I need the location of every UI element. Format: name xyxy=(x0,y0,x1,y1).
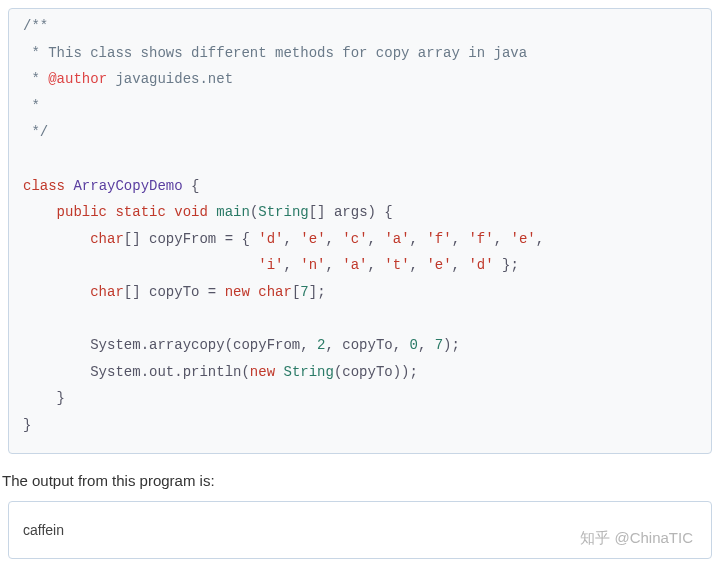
indent xyxy=(23,390,57,406)
char-literal: 'n' xyxy=(300,257,325,273)
comma: , xyxy=(368,257,385,273)
char-literal: 'e' xyxy=(426,257,451,273)
comma: , xyxy=(368,231,385,247)
char-literal: 'f' xyxy=(426,231,451,247)
sys-println: System.out.println( xyxy=(90,364,250,380)
comment-line: */ xyxy=(23,124,48,140)
keyword-class: class xyxy=(23,178,65,194)
comma-sep: , copyTo, xyxy=(325,337,409,353)
indent xyxy=(23,204,57,220)
javadoc-author-tag: @author xyxy=(48,71,107,87)
indent xyxy=(23,257,258,273)
type-string: String xyxy=(283,364,333,380)
comment-line: * This class shows different methods for… xyxy=(23,45,527,61)
number-literal: 0 xyxy=(409,337,417,353)
comment-line: /** xyxy=(23,18,48,34)
watermark: 知乎 @ChinaTIC xyxy=(580,529,693,548)
comma: , xyxy=(326,257,343,273)
type-char: char xyxy=(258,284,292,300)
char-literal: 'd' xyxy=(258,231,283,247)
comma: , xyxy=(410,257,427,273)
brace: { xyxy=(183,178,200,194)
comma: , xyxy=(452,231,469,247)
brace-close: } xyxy=(57,390,65,406)
char-literal: 'e' xyxy=(510,231,535,247)
ctor-args: (copyTo)); xyxy=(334,364,418,380)
comment-text: javaguides.net xyxy=(107,71,233,87)
comma: , xyxy=(284,231,301,247)
comment-line: * xyxy=(23,71,48,87)
keyword-new: new xyxy=(250,364,275,380)
keyword-static: static xyxy=(115,204,165,220)
param-args: args xyxy=(334,204,368,220)
indent xyxy=(23,337,90,353)
indent xyxy=(23,364,90,380)
type-char: char xyxy=(90,284,124,300)
char-literal: 'c' xyxy=(342,231,367,247)
comma: , xyxy=(410,231,427,247)
output-description: The output from this program is: xyxy=(2,472,718,489)
sys-call: System.arraycopy(copyFrom, xyxy=(90,337,317,353)
keyword-void: void xyxy=(174,204,208,220)
output-text: caffein xyxy=(23,522,64,538)
number-literal: 7 xyxy=(435,337,443,353)
comma: , xyxy=(494,231,511,247)
array-close: }; xyxy=(494,257,519,273)
char-literal: 'a' xyxy=(342,257,367,273)
keyword-public: public xyxy=(57,204,107,220)
class-name: ArrayCopyDemo xyxy=(73,178,182,194)
method-main: main xyxy=(216,204,250,220)
indent xyxy=(23,231,90,247)
char-literal: 'i' xyxy=(258,257,283,273)
char-literal: 'a' xyxy=(384,231,409,247)
end-paren: ); xyxy=(443,337,460,353)
paren-brace: ) { xyxy=(368,204,393,220)
char-literal: 'f' xyxy=(468,231,493,247)
indent xyxy=(23,284,90,300)
char-literal: 'e' xyxy=(300,231,325,247)
char-literal: 'd' xyxy=(468,257,493,273)
semicolon: ; xyxy=(317,284,325,300)
comma: , xyxy=(283,257,300,273)
equals: = xyxy=(199,284,224,300)
keyword-new: new xyxy=(225,284,250,300)
brace-close: } xyxy=(23,417,31,433)
var-copyfrom: copyFrom xyxy=(149,231,216,247)
comma: , xyxy=(326,231,343,247)
brackets: [] xyxy=(124,231,149,247)
brackets: [] xyxy=(309,204,334,220)
equals: = xyxy=(216,231,241,247)
type-string: String xyxy=(258,204,308,220)
comment-line: * xyxy=(23,98,40,114)
number-literal: 7 xyxy=(300,284,308,300)
output-block: caffein 知乎 @ChinaTIC xyxy=(8,501,712,559)
brackets: [] xyxy=(124,284,149,300)
code-block: /** * This class shows different methods… xyxy=(8,8,712,454)
comma: , xyxy=(536,231,544,247)
bracket-close: ] xyxy=(309,284,317,300)
array-open: { xyxy=(241,231,258,247)
comma: , xyxy=(452,257,469,273)
comma-sep: , xyxy=(418,337,435,353)
var-copyto: copyTo xyxy=(149,284,199,300)
type-char: char xyxy=(90,231,124,247)
char-literal: 't' xyxy=(384,257,409,273)
